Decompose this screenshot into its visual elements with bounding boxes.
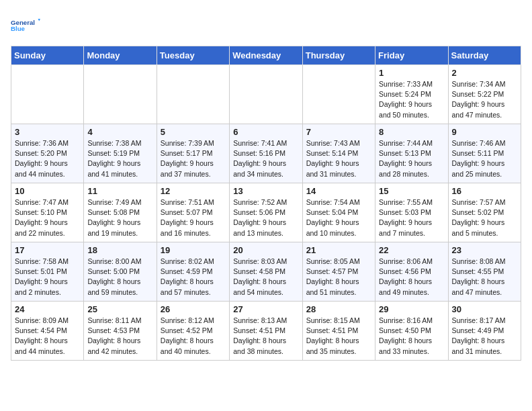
day-number: 3	[15, 127, 80, 137]
day-cell-14: 14Sunrise: 7:54 AM Sunset: 5:04 PM Dayli…	[302, 183, 375, 242]
day-number: 13	[233, 186, 298, 196]
day-cell-29: 29Sunrise: 8:16 AM Sunset: 4:50 PM Dayli…	[375, 302, 448, 361]
day-cell-2: 2Sunrise: 7:34 AM Sunset: 5:22 PM Daylig…	[448, 65, 521, 124]
day-cell-12: 12Sunrise: 7:51 AM Sunset: 5:07 PM Dayli…	[157, 183, 229, 242]
day-number: 26	[161, 304, 226, 314]
svg-text:Blue: Blue	[11, 25, 26, 32]
week-row: 17Sunrise: 7:58 AM Sunset: 5:01 PM Dayli…	[11, 242, 521, 302]
day-cell-19: 19Sunrise: 8:02 AM Sunset: 4:59 PM Dayli…	[157, 242, 229, 302]
logo: General Blue	[11, 11, 40, 40]
day-number: 19	[161, 245, 226, 255]
empty-cell	[11, 65, 84, 124]
day-detail: Sunrise: 7:47 AM Sunset: 5:10 PM Dayligh…	[15, 197, 80, 238]
day-number: 21	[306, 245, 371, 255]
day-header-friday: Friday	[375, 46, 448, 65]
day-detail: Sunrise: 7:57 AM Sunset: 5:02 PM Dayligh…	[452, 197, 517, 238]
day-detail: Sunrise: 8:13 AM Sunset: 4:51 PM Dayligh…	[233, 316, 298, 357]
day-number: 4	[87, 127, 152, 137]
day-number: 27	[233, 304, 298, 314]
day-header-sunday: Sunday	[11, 46, 84, 65]
day-number: 7	[306, 127, 371, 137]
day-number: 12	[161, 186, 226, 196]
day-number: 29	[379, 304, 444, 314]
day-cell-11: 11Sunrise: 7:49 AM Sunset: 5:08 PM Dayli…	[84, 183, 157, 242]
day-number: 11	[87, 186, 152, 196]
day-cell-16: 16Sunrise: 7:57 AM Sunset: 5:02 PM Dayli…	[448, 183, 521, 242]
day-number: 15	[379, 186, 444, 196]
week-row: 1Sunrise: 7:33 AM Sunset: 5:24 PM Daylig…	[11, 65, 521, 124]
day-cell-27: 27Sunrise: 8:13 AM Sunset: 4:51 PM Dayli…	[230, 302, 302, 361]
day-number: 8	[379, 127, 444, 137]
calendar-header-row: SundayMondayTuesdayWednesdayThursdayFrid…	[11, 46, 521, 65]
day-detail: Sunrise: 7:33 AM Sunset: 5:24 PM Dayligh…	[379, 79, 444, 120]
day-cell-20: 20Sunrise: 8:03 AM Sunset: 4:58 PM Dayli…	[230, 242, 302, 302]
day-cell-13: 13Sunrise: 7:52 AM Sunset: 5:06 PM Dayli…	[230, 183, 302, 242]
day-number: 20	[233, 245, 298, 255]
week-row: 10Sunrise: 7:47 AM Sunset: 5:10 PM Dayli…	[11, 183, 521, 242]
day-detail: Sunrise: 7:54 AM Sunset: 5:04 PM Dayligh…	[306, 197, 371, 238]
day-header-monday: Monday	[84, 46, 157, 65]
day-number: 30	[452, 304, 517, 314]
day-cell-5: 5Sunrise: 7:39 AM Sunset: 5:17 PM Daylig…	[157, 124, 229, 183]
day-detail: Sunrise: 8:06 AM Sunset: 4:56 PM Dayligh…	[379, 257, 444, 298]
day-number: 17	[15, 245, 80, 255]
svg-marker-1	[38, 19, 40, 21]
day-detail: Sunrise: 7:44 AM Sunset: 5:13 PM Dayligh…	[379, 138, 444, 179]
day-cell-30: 30Sunrise: 8:17 AM Sunset: 4:49 PM Dayli…	[448, 302, 521, 361]
day-detail: Sunrise: 8:12 AM Sunset: 4:52 PM Dayligh…	[161, 316, 226, 357]
day-number: 22	[379, 245, 444, 255]
day-cell-24: 24Sunrise: 8:09 AM Sunset: 4:54 PM Dayli…	[11, 302, 84, 361]
page-header: General Blue	[11, 11, 521, 40]
day-number: 9	[452, 127, 517, 137]
empty-cell	[230, 65, 302, 124]
day-number: 23	[452, 245, 517, 255]
day-cell-22: 22Sunrise: 8:06 AM Sunset: 4:56 PM Dayli…	[375, 242, 448, 302]
day-cell-8: 8Sunrise: 7:44 AM Sunset: 5:13 PM Daylig…	[375, 124, 448, 183]
day-detail: Sunrise: 8:17 AM Sunset: 4:49 PM Dayligh…	[452, 316, 517, 357]
day-number: 25	[87, 304, 152, 314]
day-cell-23: 23Sunrise: 8:08 AM Sunset: 4:55 PM Dayli…	[448, 242, 521, 302]
day-number: 2	[452, 68, 517, 78]
day-number: 16	[452, 186, 517, 196]
day-detail: Sunrise: 7:39 AM Sunset: 5:17 PM Dayligh…	[161, 138, 226, 179]
day-cell-21: 21Sunrise: 8:05 AM Sunset: 4:57 PM Dayli…	[302, 242, 375, 302]
day-detail: Sunrise: 8:00 AM Sunset: 5:00 PM Dayligh…	[87, 257, 152, 298]
day-header-thursday: Thursday	[302, 46, 375, 65]
day-detail: Sunrise: 7:58 AM Sunset: 5:01 PM Dayligh…	[15, 257, 80, 298]
day-detail: Sunrise: 8:03 AM Sunset: 4:58 PM Dayligh…	[233, 257, 298, 298]
day-cell-25: 25Sunrise: 8:11 AM Sunset: 4:53 PM Dayli…	[84, 302, 157, 361]
day-cell-18: 18Sunrise: 8:00 AM Sunset: 5:00 PM Dayli…	[84, 242, 157, 302]
day-detail: Sunrise: 7:51 AM Sunset: 5:07 PM Dayligh…	[161, 197, 226, 238]
day-number: 28	[306, 304, 371, 314]
day-detail: Sunrise: 7:46 AM Sunset: 5:11 PM Dayligh…	[452, 138, 517, 179]
day-detail: Sunrise: 7:52 AM Sunset: 5:06 PM Dayligh…	[233, 197, 298, 238]
day-detail: Sunrise: 8:09 AM Sunset: 4:54 PM Dayligh…	[15, 316, 80, 357]
day-detail: Sunrise: 7:41 AM Sunset: 5:16 PM Dayligh…	[233, 138, 298, 179]
day-detail: Sunrise: 7:34 AM Sunset: 5:22 PM Dayligh…	[452, 79, 517, 120]
day-detail: Sunrise: 7:43 AM Sunset: 5:14 PM Dayligh…	[306, 138, 371, 179]
day-cell-17: 17Sunrise: 7:58 AM Sunset: 5:01 PM Dayli…	[11, 242, 84, 302]
day-detail: Sunrise: 8:08 AM Sunset: 4:55 PM Dayligh…	[452, 257, 517, 298]
day-detail: Sunrise: 8:11 AM Sunset: 4:53 PM Dayligh…	[87, 316, 152, 357]
empty-cell	[157, 65, 229, 124]
calendar-table: SundayMondayTuesdayWednesdayThursdayFrid…	[11, 46, 521, 361]
day-detail: Sunrise: 8:16 AM Sunset: 4:50 PM Dayligh…	[379, 316, 444, 357]
day-cell-6: 6Sunrise: 7:41 AM Sunset: 5:16 PM Daylig…	[230, 124, 302, 183]
day-detail: Sunrise: 8:15 AM Sunset: 4:51 PM Dayligh…	[306, 316, 371, 357]
day-cell-15: 15Sunrise: 7:55 AM Sunset: 5:03 PM Dayli…	[375, 183, 448, 242]
day-header-wednesday: Wednesday	[230, 46, 302, 65]
day-number: 5	[161, 127, 226, 137]
day-cell-4: 4Sunrise: 7:38 AM Sunset: 5:19 PM Daylig…	[84, 124, 157, 183]
day-number: 6	[233, 127, 298, 137]
day-cell-26: 26Sunrise: 8:12 AM Sunset: 4:52 PM Dayli…	[157, 302, 229, 361]
day-cell-3: 3Sunrise: 7:36 AM Sunset: 5:20 PM Daylig…	[11, 124, 84, 183]
day-cell-10: 10Sunrise: 7:47 AM Sunset: 5:10 PM Dayli…	[11, 183, 84, 242]
day-detail: Sunrise: 7:49 AM Sunset: 5:08 PM Dayligh…	[87, 197, 152, 238]
day-detail: Sunrise: 8:05 AM Sunset: 4:57 PM Dayligh…	[306, 257, 371, 298]
day-detail: Sunrise: 7:55 AM Sunset: 5:03 PM Dayligh…	[379, 197, 444, 238]
day-number: 14	[306, 186, 371, 196]
day-detail: Sunrise: 7:38 AM Sunset: 5:19 PM Dayligh…	[87, 138, 152, 179]
empty-cell	[302, 65, 375, 124]
week-row: 24Sunrise: 8:09 AM Sunset: 4:54 PM Dayli…	[11, 302, 521, 361]
day-cell-28: 28Sunrise: 8:15 AM Sunset: 4:51 PM Dayli…	[302, 302, 375, 361]
